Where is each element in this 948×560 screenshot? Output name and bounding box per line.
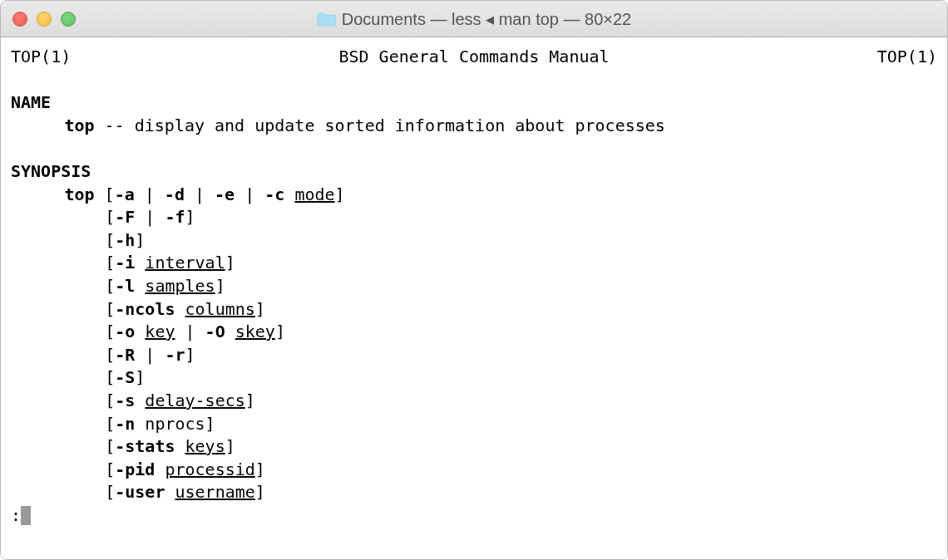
synopsis-line-2: [-h]	[11, 229, 937, 253]
synopsis-line-7: [-R | -r]	[11, 344, 937, 367]
window-title: Documents — less ◂ man top — 80×22	[317, 9, 632, 29]
synopsis-line-13: [-user username]	[11, 481, 937, 504]
titlebar[interactable]: Documents — less ◂ man top — 80×22	[1, 1, 947, 37]
minimize-button[interactable]	[37, 12, 52, 27]
synopsis-line-4: [-l samples]	[11, 275, 937, 298]
maximize-button[interactable]	[61, 12, 76, 27]
less-prompt[interactable]: :	[11, 504, 937, 528]
synopsis-line-3: [-i interval]	[11, 252, 937, 275]
section-name-heading: NAME	[11, 91, 937, 115]
blank-line	[11, 137, 937, 160]
man-header-center: BSD General Commands Manual	[338, 46, 609, 69]
synopsis-line-6: [-o key | -O skey]	[11, 321, 937, 344]
folder-icon	[317, 11, 337, 27]
synopsis-line-11: [-stats keys]	[11, 435, 937, 459]
window-title-text: Documents — less ◂ man top — 80×22	[342, 9, 632, 29]
man-header: TOP(1) BSD General Commands Manual TOP(1…	[11, 46, 937, 69]
prompt-colon: :	[11, 504, 21, 528]
terminal-body[interactable]: TOP(1) BSD General Commands Manual TOP(1…	[1, 37, 947, 559]
name-line: top -- display and update sorted informa…	[11, 115, 937, 138]
syn-cmd: top	[64, 184, 94, 204]
name-desc: -- display and update sorted information…	[95, 115, 665, 135]
traffic-lights	[12, 12, 76, 27]
terminal-window: Documents — less ◂ man top — 80×22 TOP(1…	[0, 0, 948, 560]
name-cmd: top	[64, 115, 94, 135]
man-header-right: TOP(1)	[877, 46, 937, 69]
synopsis-line-1: [-F | -f]	[11, 206, 937, 229]
section-synopsis-heading: SYNOPSIS	[11, 160, 937, 184]
close-button[interactable]	[12, 12, 27, 27]
synopsis-line-0: top [-a | -d | -e | -c mode]	[11, 184, 937, 207]
synopsis-line-9: [-s delay-secs]	[11, 390, 937, 413]
synopsis-line-8: [-S]	[11, 366, 937, 390]
synopsis-line-5: [-ncols columns]	[11, 298, 937, 322]
synopsis-line-10: [-n nprocs]	[11, 413, 937, 436]
cursor	[21, 506, 31, 525]
man-header-left: TOP(1)	[11, 46, 71, 69]
synopsis-line-12: [-pid processid]	[11, 459, 937, 482]
